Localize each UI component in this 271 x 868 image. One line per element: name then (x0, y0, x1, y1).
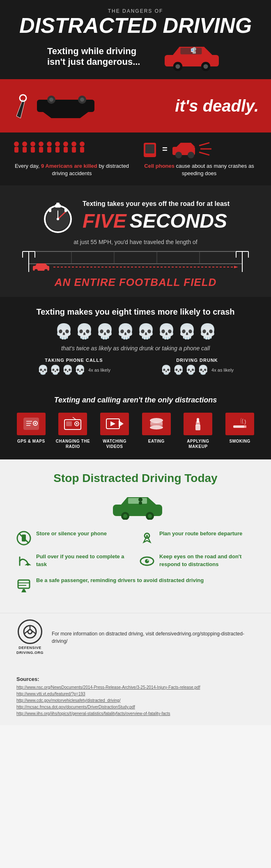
svg-point-101 (148, 514, 152, 518)
svg-rect-111 (18, 580, 30, 588)
header-section: THE DANGERS OF DISTRACTED DRIVING Textin… (0, 0, 271, 79)
seconds-section: Texting takes your eyes off the road for… (0, 185, 271, 297)
source-link-1[interactable]: http://www.nsc.org/NewsDocuments/2014-Pr… (16, 684, 255, 691)
distractions-grid: GPS & MAPS CHANGING THE RADIO (12, 413, 259, 449)
eight-title: Texting makes you eight times more likel… (12, 307, 259, 317)
passenger-icon (16, 578, 31, 592)
svg-rect-33 (80, 147, 84, 153)
svg-point-28 (63, 142, 68, 146)
distraction-gps-label: GPS & MAPS (14, 439, 48, 444)
svg-rect-19 (23, 147, 27, 153)
svg-line-117 (24, 631, 28, 634)
green-car-icon (111, 493, 160, 520)
video-icon-box (100, 413, 129, 435)
distraction-video-label: WATCHING VIDEOS (97, 439, 132, 449)
svg-rect-92 (233, 425, 245, 428)
stat-phones-text: Cell phones cause about as many crashes … (140, 162, 259, 177)
svg-rect-29 (64, 147, 68, 153)
stopwatch-icon (41, 198, 74, 235)
football-field-visual (12, 249, 259, 272)
stat-phones: = Cell phones cause about as many crashe… (140, 141, 259, 177)
svg-rect-95 (128, 498, 147, 504)
source-link-4[interactable]: http://mcsac.fmcsa.dot.gov/documents/Dri… (16, 704, 255, 710)
sources-section: Sources: http://www.nsc.org/NewsDocument… (0, 672, 271, 725)
phone-skulls: 💀 💀 💀 💀 4x as likely (37, 365, 110, 375)
source-link-3[interactable]: http://www.cdc.gov/motorvehiclesafety/di… (16, 697, 255, 704)
defensive-driving-logo: DEFENSIVEDRIVING.ORG (16, 619, 44, 655)
svg-rect-23 (39, 147, 43, 153)
svg-rect-93 (244, 425, 246, 428)
stat-americans: Every day, 9 Americans are killed by dis… (12, 141, 131, 177)
svg-rect-85 (150, 422, 163, 424)
drunk-likely: 4x as likely (211, 368, 234, 372)
gps-icon-box (17, 413, 46, 435)
source-link-2[interactable]: http://www.vtti.vt.edu/featured/?p=193 (16, 691, 255, 697)
header-subtitle: THE DANGERS OF (8, 8, 263, 14)
svg-point-110 (147, 560, 149, 561)
phone-calls-label: TAKING PHONE CALLS (37, 358, 110, 363)
seconds-top: Texting takes your eyes off the road for… (12, 198, 259, 235)
svg-point-106 (146, 535, 148, 537)
skull-1: 💀 (55, 323, 73, 340)
svg-text:=: = (162, 144, 168, 154)
plan-route-icon (140, 531, 154, 546)
makeup-icon-box (184, 413, 212, 435)
skull-4: 💀 (116, 323, 135, 340)
phone-calls-item: TAKING PHONE CALLS 💀 💀 💀 💀 4x as likely (37, 358, 110, 375)
source-link-5[interactable]: http://www.iihs.org/iihs/topics/t/genera… (16, 710, 255, 717)
svg-point-47 (57, 218, 59, 220)
skulls-row: 💀 💀 💀 💀 💀 💀 💀 💀 (12, 323, 259, 340)
svg-point-32 (80, 142, 85, 146)
skull-6: 💀 (157, 323, 176, 340)
phone-speed-icons: = (140, 141, 259, 159)
distraction-radio: CHANGING THE RADIO (55, 413, 90, 449)
tip-plan-text: Plan your route before departure (159, 530, 242, 537)
tip-pullover-text: Pull over if you need to complete a task (36, 553, 131, 568)
distraction-smoking-label: SMOKING (223, 439, 257, 444)
drunk-driving-item: DRIVING DRUNK 💀 💀 💀 💀 4x as likely (161, 358, 234, 375)
svg-point-87 (150, 425, 163, 429)
svg-line-42 (199, 152, 209, 155)
svg-rect-9 (192, 49, 193, 51)
distraction-smoking: SMOKING (223, 413, 257, 444)
deadly-section: it's deadly. (0, 79, 271, 132)
svg-point-39 (188, 152, 194, 158)
skull-8: 💀 (198, 323, 217, 340)
header-content: Texting while driving isn't just dangero… (8, 40, 263, 73)
svg-point-7 (203, 64, 208, 69)
svg-rect-94 (113, 505, 162, 516)
svg-rect-49 (56, 203, 60, 205)
skull-2: 💀 (75, 323, 94, 340)
svg-marker-69 (234, 266, 238, 268)
svg-point-30 (71, 142, 76, 146)
five-word: FIVE (83, 210, 126, 232)
svg-rect-31 (72, 147, 76, 153)
svg-point-75 (34, 423, 36, 424)
svg-rect-51 (64, 208, 67, 212)
svg-rect-25 (47, 147, 51, 153)
tips-grid: Store or silence your phone Plan your ro… (16, 530, 255, 569)
stop-title: Stop Distracted Driving Today (16, 472, 255, 485)
svg-point-96 (138, 498, 142, 502)
eight-section: Texting makes you eight times more likel… (0, 297, 271, 386)
distractions-title: Texting and calling aren't the only dist… (12, 396, 259, 404)
svg-point-109 (145, 559, 149, 563)
skull-3: 💀 (96, 323, 114, 340)
header-tagline: Texting while driving isn't just dangero… (47, 46, 150, 67)
tip-plan-route: Plan your route before departure (140, 530, 255, 546)
svg-rect-27 (55, 147, 60, 153)
svg-rect-11 (37, 100, 94, 112)
skull-7: 💀 (178, 323, 196, 340)
svg-point-99 (123, 514, 127, 518)
tip-passenger-text: Be a safe passenger, reminding drivers t… (36, 577, 204, 584)
svg-rect-35 (145, 144, 154, 153)
phone-drunk-row: TAKING PHONE CALLS 💀 💀 💀 💀 4x as likely … (12, 358, 259, 375)
pull-over-icon (16, 554, 31, 569)
footer-section: DEFENSIVEDRIVING.ORG For more informatio… (0, 613, 271, 672)
svg-rect-21 (31, 147, 35, 153)
svg-point-16 (14, 142, 19, 146)
stop-section: Stop Distracted Driving Today (0, 459, 271, 613)
tip-silence-text: Store or silence your phone (36, 530, 107, 537)
car-icon (158, 40, 224, 73)
footer-description: For more information on distracted drivi… (52, 630, 255, 645)
